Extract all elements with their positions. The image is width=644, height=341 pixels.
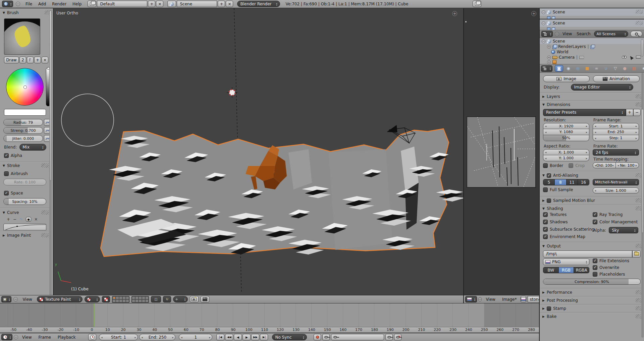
delete-scene-button[interactable]: × [226,1,233,7]
performance-panel-header[interactable]: ▶ Performance [540,289,644,296]
active-color-swatch[interactable] [4,109,46,116]
active-keying-set-field[interactable] [331,334,384,340]
remap-new-field[interactable]: ◂Ne: 100▸ [616,162,639,168]
browse-output-button[interactable] [632,250,641,258]
color-wheel-cursor[interactable] [24,86,26,89]
render-image-button[interactable]: Image [543,75,590,82]
keying-insert-button[interactable] [322,334,330,340]
timeline-ruler[interactable]: -50-40-30-20-100102030405060708090100110… [0,327,539,333]
3d-viewport[interactable]: User Ortho y (1) Cube + [54,8,463,295]
opengl-render-button[interactable] [190,296,199,302]
playback-menu[interactable]: Playback [55,335,78,340]
tab-object[interactable]: ■ [583,65,591,72]
brush-users-count-button[interactable]: 2 [19,57,26,63]
tab-object-data[interactable]: ▽ [611,65,620,72]
sss-checkbox[interactable]: ✓ [543,227,548,232]
snap-toggle-button[interactable]: ∩ [163,296,171,302]
tab-modifiers[interactable]: ∪ [602,65,610,72]
output-path-field[interactable]: /tmp\ [543,250,632,258]
antialiasing-panel-header[interactable]: ▼ ✓ Anti-Aliasing [540,172,644,179]
tab-constraints[interactable]: ∞ [592,65,601,72]
menu-help[interactable]: Help [70,2,84,6]
collapse-icon[interactable]: − [542,21,545,25]
border-checkbox[interactable]: ✓ [543,163,548,168]
overwrite-checkbox[interactable]: ✓ [593,265,597,270]
airbrush-checkbox[interactable]: ✓ [4,171,9,176]
jump-to-start-button[interactable]: |◀ [216,334,224,340]
brush-preview[interactable] [4,18,40,55]
snap-target-select[interactable]: ✛▴▾ [173,296,188,302]
play-reverse-button[interactable]: ◀ [234,334,242,340]
tab-scene[interactable]: ◉ [564,65,573,72]
screen-layout-icon-button[interactable] [88,1,96,7]
delete-keyframes-button[interactable]: × [394,334,401,340]
color-wheel[interactable] [6,68,44,106]
file-format-select[interactable]: PNG▴▾ [543,259,589,265]
frame-end-field[interactable]: ◂End: 250▸ [593,129,639,135]
file-extensions-checkbox[interactable]: ✓ [593,259,597,263]
view-menu[interactable]: View [19,335,34,340]
placeholders-checkbox[interactable]: ✓ [593,272,597,277]
aa-samples-5[interactable]: 5 [543,179,555,185]
timeline-editor[interactable]: -50-40-30-20-100102030405060708090100110… [0,303,539,333]
curve-delete-icon[interactable]: × [34,217,38,222]
antialiasing-checkbox[interactable]: ✓ [547,173,551,178]
curve-add-icon[interactable]: + [7,217,10,222]
editor-type-button-image[interactable]: ▴▾ [465,296,477,302]
outliner-item-world[interactable]: World [540,49,644,55]
aa-samples-11[interactable]: 11 [567,179,578,185]
remove-preset-button[interactable]: − [633,109,641,116]
curve-point-icon[interactable]: ● [26,217,31,222]
editor-type-button-timeline[interactable]: ▴▾ [1,334,12,340]
viewport-shading-select[interactable]: ▴▾ [85,296,100,302]
stamp-panel-header[interactable]: ▶ ✓ Stamp [540,305,644,312]
play-button[interactable]: ▶ [243,334,251,340]
fake-user-button[interactable]: F [27,57,34,63]
stroke-panel-header[interactable]: ▼ Stroke [0,162,50,169]
aspect-x-field[interactable]: ◂X: 1.000▸ [543,149,589,155]
color-mode-rgb[interactable]: RGB [559,267,574,273]
jump-to-end-button[interactable]: ▶| [260,334,268,340]
tab-world[interactable]: ◎ [574,65,582,72]
tab-particles[interactable]: ∗ [639,65,644,72]
renderability-camera-icon[interactable] [636,56,641,59]
aa-filter-select[interactable]: Mitchell-Netravali▴▾ [593,179,639,185]
render-presets-select[interactable]: Render Presets▴▾ [543,109,626,116]
color-mode-bw[interactable]: BW [543,267,559,273]
remap-old-field[interactable]: ◂Old: 100▸ [593,162,616,168]
outliner-item-camera[interactable]: + Camera | [540,55,644,60]
crop-checkbox[interactable]: ✓ [569,163,573,168]
color-mode-rgba[interactable]: RGBA [574,267,589,273]
menu-add[interactable]: Add [36,2,49,6]
tab-texture[interactable]: ▦ [630,65,638,72]
frame-start-field[interactable]: ◂Start: 1▸ [593,123,639,129]
collapse-menus-icon[interactable]: − [555,32,559,36]
collapse-menus-icon[interactable]: − [16,2,20,6]
opengl-render-anim-button[interactable] [201,296,209,302]
editor-type-button-3d-view[interactable]: ▣▴▾ [1,296,11,302]
pivot-point-button[interactable] [102,296,110,302]
aa-samples-8[interactable]: 8 [555,179,566,185]
jitter-slider[interactable]: Jitter: 0.000 [3,135,43,142]
resolution-y-field[interactable]: ◂Y: 1080▸ [543,129,589,135]
add-brush-button[interactable]: + [34,57,41,63]
post-processing-panel-header[interactable]: ▶ Post Processing [540,297,644,304]
menu-render[interactable]: Render [49,2,69,6]
manipulator-button[interactable]: ◫ [151,296,161,302]
next-keyframe-button[interactable]: ▶▶ [251,334,259,340]
blend-mode-select[interactable]: Mix▴▾ [19,144,46,151]
display-select[interactable]: Image Editor▴▾ [571,84,633,91]
frame-step-field[interactable]: ◂Step: 1▸ [593,135,639,141]
space-checkbox[interactable]: ✓ [4,191,9,195]
visibility-eye-icon[interactable] [622,56,627,59]
image-menu[interactable]: Image* [499,297,520,302]
motion-blur-checkbox[interactable]: ✓ [547,198,551,203]
strength-slider[interactable]: Streng: 0.700 [3,127,43,134]
dimensions-panel-header[interactable]: ▼ Dimensions [540,101,644,108]
menu-file[interactable]: File [23,2,35,6]
color-mgmt-checkbox[interactable]: ✓ [593,220,597,224]
alpha-checkbox[interactable]: ✓ [4,153,9,158]
tab-render[interactable]: ◙ [555,65,563,72]
screen-layout-field[interactable]: Default [97,1,147,7]
insert-keyframes-button[interactable] [385,334,393,340]
